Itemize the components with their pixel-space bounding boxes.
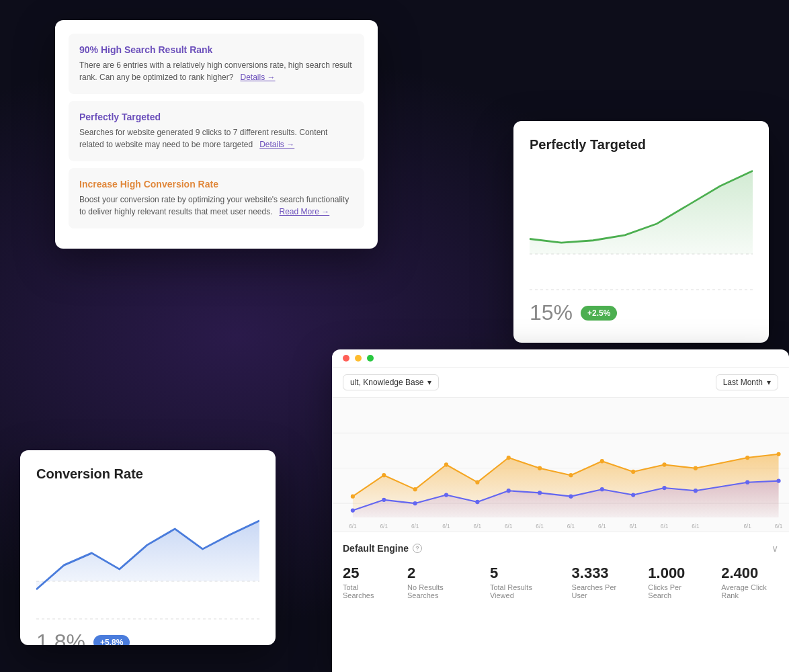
targeted-stat-row: 15% +2.5% (530, 300, 753, 325)
traffic-light-green (367, 355, 374, 362)
svg-point-20 (662, 462, 666, 466)
svg-marker-1 (530, 171, 753, 254)
svg-point-31 (538, 491, 542, 495)
svg-text:6/1: 6/1 (661, 523, 669, 530)
stat-number: 5 (490, 564, 550, 582)
conversion-stat-badge: +5.8% (93, 635, 130, 646)
stat-number: 2.400 (721, 564, 778, 582)
dashboard-stats: Default Engine ? ∨ 25 Total Searches 2 N… (332, 532, 789, 610)
svg-text:6/1: 6/1 (598, 523, 606, 530)
targeted-stat-value: 15% (530, 300, 573, 325)
insight-item-high-rank: 90% High Search Result Rank There are 6 … (69, 34, 364, 94)
svg-text:6/1: 6/1 (349, 523, 357, 530)
svg-point-22 (745, 456, 749, 460)
engine-title: Default Engine ? (343, 543, 422, 554)
dashboard-main-chart: 6/1 6/1 6/1 6/1 6/1 6/1 6/1 6/1 6/1 6/1 … (332, 398, 789, 532)
insight-text-conversion: Boost your conversion rate by optimizing… (79, 194, 354, 218)
svg-text:6/1: 6/1 (536, 523, 544, 530)
svg-point-38 (776, 478, 780, 482)
stat-number: 3.333 (572, 564, 627, 582)
stat-col: 2.400 Average Click Rank (721, 564, 778, 599)
svg-text:6/1: 6/1 (442, 523, 450, 530)
insights-card: 90% High Search Result Rank There are 6 … (55, 20, 378, 249)
svg-point-21 (694, 466, 698, 470)
engine-header: Default Engine ? ∨ (343, 543, 778, 554)
stat-col: 2 No Results Searches (407, 564, 468, 599)
stat-label: Total Results Viewed (490, 583, 550, 599)
insight-item-conversion: Increase High Conversion Rate Boost your… (69, 168, 364, 228)
svg-text:6/1: 6/1 (775, 523, 783, 530)
svg-point-37 (745, 480, 749, 485)
svg-point-13 (444, 462, 448, 466)
dashboard-card: ult, Knowledge Base ▾ Last Month ▾ (332, 349, 789, 672)
svg-point-14 (475, 480, 479, 485)
svg-text:6/1: 6/1 (505, 523, 513, 530)
insight-link-targeted[interactable]: Details → (259, 140, 294, 149)
period-filter[interactable]: Last Month ▾ (716, 374, 778, 390)
engine-collapse-icon[interactable]: ∨ (772, 543, 778, 554)
stat-number: 2 (407, 564, 468, 582)
targeted-chart (530, 163, 753, 284)
conversion-stat-value: 1.8% (36, 630, 85, 645)
svg-point-33 (600, 487, 604, 491)
svg-point-26 (382, 498, 386, 502)
svg-text:6/1: 6/1 (474, 523, 482, 530)
svg-point-28 (444, 493, 448, 497)
targeted-stat-badge: +2.5% (581, 306, 617, 321)
svg-point-34 (631, 493, 635, 497)
stat-label: Average Click Rank (721, 583, 778, 599)
help-icon: ? (413, 544, 422, 553)
svg-point-16 (538, 466, 542, 470)
svg-text:6/1: 6/1 (411, 523, 419, 530)
dashboard-toolbar (332, 349, 789, 368)
stat-label: Total Searches (343, 583, 386, 599)
dashboard-filters: ult, Knowledge Base ▾ Last Month ▾ (332, 368, 789, 398)
insight-title-conversion: Increase High Conversion Rate (79, 179, 354, 190)
insight-text-high-rank: There are 6 entries with a relatively hi… (79, 59, 354, 83)
insight-link-high-rank[interactable]: Details → (241, 73, 276, 82)
conversion-stat-row: 1.8% +5.8% (36, 630, 259, 645)
targeted-card-title: Perfectly Targeted (530, 137, 753, 153)
stats-grid: 25 Total Searches 2 No Results Searches … (343, 564, 778, 599)
stat-label: Searches Per User (572, 583, 627, 599)
stat-number: 25 (343, 564, 386, 582)
traffic-light-red (343, 355, 349, 362)
source-filter[interactable]: ult, Knowledge Base ▾ (343, 374, 439, 390)
svg-marker-4 (36, 521, 259, 589)
svg-text:6/1: 6/1 (380, 523, 388, 530)
svg-point-15 (507, 456, 511, 460)
insight-title-targeted: Perfectly Targeted (79, 112, 354, 122)
insight-title-high-rank: 90% High Search Result Rank (79, 44, 354, 55)
stat-col: 5 Total Results Viewed (490, 564, 550, 599)
svg-text:6/1: 6/1 (743, 523, 751, 530)
svg-point-36 (694, 489, 698, 493)
svg-point-29 (475, 500, 479, 504)
svg-text:6/1: 6/1 (692, 523, 700, 530)
svg-point-27 (413, 501, 417, 505)
stat-col: 1.000 Clicks Per Search (648, 564, 700, 599)
stat-number: 1.000 (648, 564, 700, 582)
conversion-rate-card: Conversion Rate 1.8% +5.8% (20, 450, 276, 645)
stat-label: No Results Searches (407, 583, 468, 599)
stat-col: 3.333 Searches Per User (572, 564, 627, 599)
perfectly-targeted-card: Perfectly Targeted 15% +2.5% (513, 121, 769, 343)
insight-text-targeted: Searches for website generated 9 clicks … (79, 126, 354, 151)
stat-col: 25 Total Searches (343, 564, 386, 599)
svg-point-32 (569, 494, 573, 498)
insight-item-targeted: Perfectly Targeted Searches for website … (69, 101, 364, 161)
insight-link-conversion[interactable]: Read More → (280, 207, 330, 216)
svg-point-11 (382, 473, 386, 477)
stat-label: Clicks Per Search (648, 583, 700, 599)
svg-point-19 (631, 470, 635, 474)
svg-point-25 (351, 508, 355, 512)
svg-point-30 (507, 489, 511, 493)
svg-point-12 (413, 487, 417, 491)
svg-point-10 (351, 494, 355, 498)
svg-point-18 (600, 459, 604, 463)
conversion-chart (36, 493, 259, 614)
traffic-light-yellow (355, 355, 362, 362)
svg-point-17 (569, 473, 573, 477)
svg-point-35 (662, 486, 666, 490)
svg-point-23 (776, 452, 780, 456)
svg-text:6/1: 6/1 (629, 523, 637, 530)
